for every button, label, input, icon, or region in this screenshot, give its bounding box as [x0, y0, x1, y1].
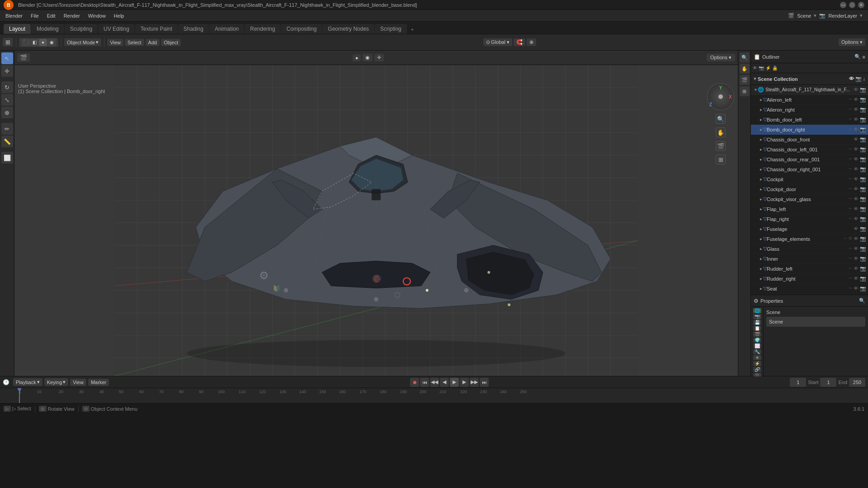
tab-animation[interactable]: Animation — [209, 24, 244, 34]
end-frame-input[interactable]: 250 — [849, 378, 865, 387]
current-frame-input[interactable]: 1 — [790, 378, 806, 387]
eye-seat[interactable]: 👁 — [854, 286, 859, 291]
root-camera[interactable]: 📷 — [860, 87, 866, 93]
add-menu[interactable]: Add — [146, 39, 160, 46]
marker-button[interactable]: Marker — [88, 379, 109, 386]
rs-object-props[interactable]: 🔍 — [740, 52, 750, 62]
object-mode-button[interactable]: Object Mode ▾ — [64, 38, 101, 46]
outliner-item-chassis-door-left-001[interactable]: ▸ ▽ Chassis_door_left_001 ↔ 👁 📷 — [751, 145, 868, 155]
select-menu[interactable]: Select — [125, 39, 144, 46]
viewport-overlay-btn[interactable]: ◉ — [363, 54, 373, 61]
viewport-gizmo-btn[interactable]: ✛ — [374, 54, 384, 61]
cam-fuselage[interactable]: 📷 — [860, 226, 866, 232]
cam-bomb-door-left[interactable]: 📷 — [860, 117, 866, 122]
outliner-item-bomb-door-right[interactable]: ▸ ▽ Bomb_door_right ↔ 👁 📷 — [751, 125, 868, 135]
rs-camera[interactable]: 🎬 — [740, 75, 750, 85]
outliner-menu-icon[interactable]: ≡ — [863, 54, 865, 60]
add-workspace-button[interactable]: + — [407, 25, 417, 34]
eye-chassis-front[interactable]: 👁 — [854, 136, 859, 142]
filter-object-icon[interactable]: 👁 — [753, 66, 757, 70]
camera-gizmo[interactable]: 🎬 — [716, 141, 726, 151]
tab-sculpting[interactable]: Sculpting — [65, 24, 98, 34]
eye-aileron-left[interactable]: 👁 — [854, 97, 859, 103]
menu-render[interactable]: Render — [60, 12, 84, 19]
viewport-shading-solid[interactable]: ● — [353, 54, 361, 61]
viewport-shading-modes[interactable]: ⬛ ◧ ● ◉ — [19, 38, 58, 47]
viewport-editor-type[interactable]: 🎬 — [17, 53, 30, 62]
outliner-item-inner[interactable]: ▸ ▽ Inner ↔ 👁 📷 — [751, 254, 868, 264]
prop-object-icon[interactable]: ⬜ — [753, 343, 761, 348]
outliner-item-seat[interactable]: ▸ ▽ Seat ↔ 👁 📷 — [751, 284, 868, 294]
cam-cockpit[interactable]: 📷 — [860, 176, 866, 182]
eye-cockpit-visor[interactable]: 👁 — [854, 196, 859, 202]
prop-particle-icon[interactable]: ✳ — [753, 355, 761, 360]
eye-fuselage[interactable]: 👁 — [854, 226, 859, 232]
prop-world-icon[interactable]: 🌍 — [753, 338, 761, 343]
prop-render-icon[interactable]: 📷 — [753, 314, 761, 319]
cam-aileron-right[interactable]: 📷 — [860, 107, 866, 113]
proportional-edit-button[interactable]: ⊕ — [527, 38, 536, 46]
annotate-tool[interactable]: ✏ — [1, 123, 13, 135]
view-menu[interactable]: View — [107, 39, 123, 46]
eye-fuselage-elements[interactable]: 👁 — [854, 236, 859, 242]
start-frame-input[interactable]: 1 — [820, 378, 836, 387]
outliner-item-chassis-door-right-001[interactable]: ▸ ▽ Chassis_door_right_001 ↔ 👁 📷 — [751, 164, 868, 174]
transform-pivot-button[interactable]: ⊙Global ▾ — [483, 38, 512, 46]
menu-file[interactable]: File — [27, 12, 42, 19]
outliner-item-flap-right[interactable]: ▸ ▽ Flap_right ↔ 👁 📷 — [751, 214, 868, 224]
tab-shading[interactable]: Shading — [178, 24, 209, 34]
filter-render-icon[interactable]: 📷 — [759, 66, 764, 70]
jump-end-button[interactable]: ⏭ — [480, 378, 489, 387]
tab-geometry-nodes[interactable]: Geometry Nodes — [322, 24, 374, 34]
sc-camera-icon[interactable]: 📷 — [855, 76, 862, 82]
cam-chassis-left[interactable]: 📷 — [860, 146, 866, 152]
eye-aileron-right[interactable]: 👁 — [854, 107, 859, 113]
outliner-item-chassis-door-rear-001[interactable]: ▸ ▽ Chassis_door_rear_001 ↔ 👁 📷 — [751, 155, 868, 164]
next-keyframe-button[interactable]: ▶▶ — [470, 378, 479, 387]
cam-flap-left[interactable]: 📷 — [860, 206, 866, 212]
menu-blender[interactable]: Blender — [2, 12, 26, 19]
cam-inner[interactable]: 📷 — [860, 256, 866, 262]
filter-select-icon[interactable]: 🔒 — [772, 66, 778, 70]
record-button[interactable]: ⏺ — [410, 378, 419, 387]
editor-type-button[interactable]: ⊞ — [3, 38, 13, 47]
root-eye[interactable]: 👁 — [854, 87, 859, 93]
playback-button[interactable]: Playback ▾ — [13, 378, 42, 386]
outliner-item-aileron-right[interactable]: ▸ ▽ Aileron_right ↔ 👁 📷 — [751, 105, 868, 115]
zoom-in-gizmo[interactable]: 🔍 — [716, 114, 726, 124]
menu-edit[interactable]: Edit — [43, 12, 59, 19]
menu-window[interactable]: Window — [85, 12, 109, 19]
cursor-tool[interactable]: ↖ — [1, 52, 13, 64]
viewport[interactable]: 🎬 ● ◉ ✛ Options ▾ — [14, 51, 738, 376]
jump-start-button[interactable]: ⏮ — [420, 378, 429, 387]
cam-cockpit-door[interactable]: 📷 — [860, 186, 866, 192]
outliner-item-cockpit-visor[interactable]: ▸ ▽ Cockpit_visor_glass ↔ 👁 📷 — [751, 194, 868, 204]
tab-layout[interactable]: Layout — [4, 24, 31, 34]
close-button[interactable]: ✕ — [858, 2, 864, 8]
cam-chassis-front[interactable]: 📷 — [860, 136, 866, 142]
eye-rudder-left[interactable]: 👁 — [854, 266, 859, 272]
outliner-filter-icon[interactable]: 🔍 — [854, 54, 861, 60]
outliner-item-chassis-door-front[interactable]: ▸ ▽ Chassis_door_front 👁 📷 — [751, 135, 868, 145]
prop-view-layer-icon[interactable]: 📋 — [753, 326, 761, 331]
cam-glass[interactable]: 📷 — [860, 246, 866, 252]
cam-rudder-left[interactable]: 📷 — [860, 266, 866, 272]
cam-fuselage-elements[interactable]: 📷 — [860, 236, 866, 242]
outliner-item-aileron-left[interactable]: ▸ ▽ Aileron_left ↔ 👁 📷 — [751, 95, 868, 105]
timeline-track[interactable]: 1 10 20 30 40 50 60 70 80 90 100 110 120… — [0, 388, 868, 403]
pan-gizmo[interactable]: ✋ — [716, 127, 726, 137]
prev-frame-button[interactable]: ◀ — [440, 378, 449, 387]
sc-select-icon[interactable]: ↓ — [863, 76, 866, 82]
eye-glass[interactable]: 👁 — [854, 246, 859, 252]
eye-flap-left[interactable]: 👁 — [854, 206, 859, 212]
cam-cockpit-visor[interactable]: 📷 — [860, 196, 866, 202]
outliner-item-fuselage-elements[interactable]: ▸ ▽ Fuselage_elements ↔ ⊙ 👁 📷 — [751, 234, 868, 244]
eye-bomb-door-left[interactable]: 👁 — [854, 117, 859, 122]
tab-compositing[interactable]: Compositing — [281, 24, 322, 34]
tab-uv-editing[interactable]: UV Editing — [98, 24, 135, 34]
prop-scene-data-icon[interactable]: 🎬 — [753, 332, 761, 337]
eye-inner[interactable]: 👁 — [854, 256, 859, 262]
cam-chassis-right[interactable]: 📷 — [860, 166, 866, 172]
eye-bomb-door-right[interactable]: 👁 — [854, 127, 859, 132]
outliner-item-cockpit-door[interactable]: ▸ ▽ Cockpit_door ↔ 👁 📷 — [751, 184, 868, 194]
